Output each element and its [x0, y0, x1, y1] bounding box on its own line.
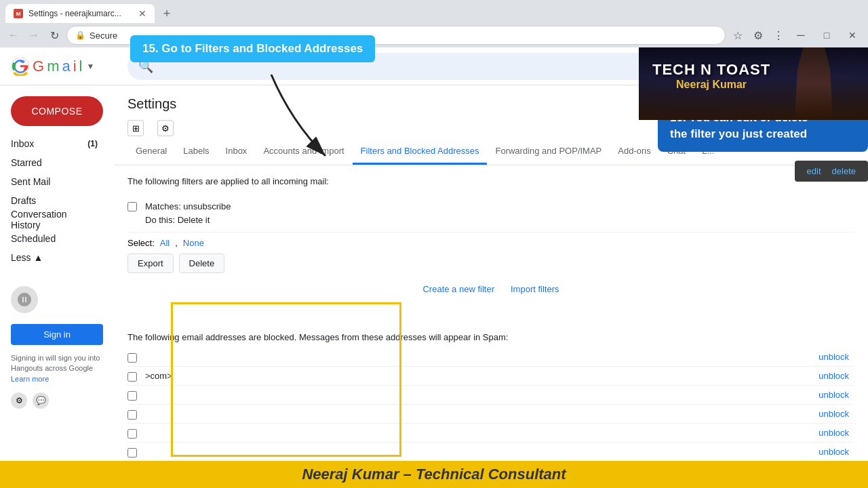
inbox-label: Inbox — [11, 138, 34, 149]
blocked-item-2: >com> unblock — [127, 367, 854, 386]
unblock-link-1[interactable]: unblock — [818, 352, 854, 362]
blocked-item-5: unblock — [127, 424, 854, 443]
tab-addons[interactable]: Add-ons — [610, 139, 658, 165]
forward-button[interactable]: → — [26, 27, 42, 43]
secure-icon: 🔒 — [75, 30, 85, 40]
blocked-item-1: unblock — [127, 348, 854, 367]
blocked-checkbox-6[interactable] — [127, 448, 137, 458]
filter-text: Matches: unsubscribe Do this: Delete it — [145, 200, 846, 226]
edit-filter-link[interactable]: edit — [807, 166, 821, 176]
bookmark-icon[interactable]: ☆ — [730, 27, 746, 43]
sidebar-item-less[interactable]: Less ▲ — [0, 248, 106, 267]
maximize-button[interactable]: □ — [816, 27, 837, 43]
tab-forwarding[interactable]: Forwarding and POP/IMAP — [487, 139, 610, 165]
sidebar-bottom: ⚙ 💬 — [0, 387, 114, 414]
chat-bottom-icon[interactable]: 💬 — [33, 392, 49, 409]
blocked-checkbox-4[interactable] — [127, 410, 137, 420]
unblock-link-3[interactable]: unblock — [818, 390, 854, 400]
tab-general[interactable]: General — [127, 139, 175, 165]
delete-button[interactable]: Delete — [179, 253, 225, 273]
filters-description: The following filters are applied to all… — [127, 176, 854, 186]
video-overlay: TECH N TOAST Neeraj Kumar — [639, 47, 868, 120]
video-subtitle: Neeraj Kumar — [652, 79, 770, 91]
settings-bottom-icon[interactable]: ⚙ — [11, 392, 27, 409]
tab-accounts[interactable]: Accounts and Import — [255, 139, 352, 165]
tab-labels[interactable]: Labels — [175, 139, 217, 165]
settings-gear-icon[interactable]: ⚙ — [157, 120, 174, 136]
tab-favicon: M — [14, 9, 23, 18]
refresh-button[interactable]: ↻ — [46, 27, 62, 43]
browser-tabs: M Settings - neerajkumarc... ✕ + — [0, 0, 868, 23]
step15-annotation: 15. Go to Filters and Blocked Addresses — [130, 35, 375, 62]
conversation-history-label: Conversation History — [11, 209, 98, 230]
unblock-link-2[interactable]: unblock — [818, 371, 854, 381]
export-button[interactable]: Export — [127, 253, 174, 273]
create-filter-links: Create a new filter Import filters — [127, 279, 854, 300]
menu-icon[interactable]: ⋮ — [770, 27, 787, 43]
blocked-checkbox-2[interactable] — [127, 372, 137, 382]
learn-more-link[interactable]: Learn more — [11, 375, 49, 383]
unblock-link-4[interactable]: unblock — [818, 409, 854, 419]
blocked-item-3: unblock — [127, 386, 854, 405]
blocked-checkbox-1[interactable] — [127, 353, 137, 363]
new-tab-button[interactable]: + — [157, 4, 176, 23]
filter-checkbox[interactable] — [127, 202, 137, 211]
unblock-link-5[interactable]: unblock — [818, 428, 854, 438]
grid-view-icon[interactable]: ⊞ — [127, 120, 144, 136]
minimize-button[interactable]: ─ — [791, 27, 811, 43]
blocked-description: The following email addresses are blocke… — [127, 332, 854, 342]
video-content: TECH N TOAST Neeraj Kumar — [639, 47, 868, 120]
extensions-icon[interactable]: ⚙ — [750, 27, 766, 43]
starred-label: Starred — [11, 157, 42, 168]
tab-inbox[interactable]: Inbox — [218, 139, 256, 165]
blocked-checkbox-5[interactable] — [127, 429, 137, 439]
hangouts-desc: Signing in will sign you into Hangouts a… — [0, 350, 114, 387]
sidebar-item-inbox[interactable]: Inbox (1) — [0, 134, 106, 153]
sidebar: COMPOSE Inbox (1) Starred Sent Mail Draf… — [0, 85, 114, 488]
hangouts-text: Signing in will sign you into Hangouts a… — [11, 353, 103, 384]
compose-button[interactable]: COMPOSE — [11, 96, 103, 126]
blocked-email-2: >com> — [145, 371, 810, 381]
bottom-bar-text: Neeraj Kumar – Technical Consultant — [302, 466, 566, 483]
blocked-item-6: unblock — [127, 443, 854, 462]
sidebar-item-sent[interactable]: Sent Mail — [0, 172, 106, 191]
delete-filter-link[interactable]: delete — [832, 166, 856, 176]
blocked-item-4: unblock — [127, 405, 854, 424]
edit-delete-box: edit delete — [795, 161, 868, 182]
filters-select-none[interactable]: None — [183, 238, 204, 248]
sidebar-item-drafts[interactable]: Drafts — [0, 191, 106, 210]
filters-select-row: Select: All, None — [127, 238, 854, 248]
less-label: Less ▲ — [11, 252, 43, 263]
back-button[interactable]: ← — [5, 27, 22, 43]
tab-title: Settings - neerajkumarc... — [28, 9, 133, 18]
video-title: TECH N TOAST — [652, 61, 770, 79]
filters-section: The following filters are applied to all… — [114, 165, 868, 316]
blocked-checkbox-3[interactable] — [127, 391, 137, 401]
sign-in-button[interactable]: Sign in — [11, 324, 103, 345]
tab-close-button[interactable]: ✕ — [138, 8, 146, 19]
scheduled-label: Scheduled — [11, 233, 56, 244]
gmail-dropdown-icon[interactable]: ▼ — [86, 62, 94, 71]
video-text-overlay: TECH N TOAST Neeraj Kumar — [652, 61, 770, 91]
sidebar-item-conversation-history[interactable]: Conversation History — [0, 210, 106, 229]
sent-label: Sent Mail — [11, 176, 50, 187]
unblock-link-6[interactable]: unblock — [818, 447, 854, 457]
hangouts-avatar — [11, 286, 38, 313]
sidebar-item-starred[interactable]: Starred — [0, 153, 106, 172]
import-filters-link[interactable]: Import filters — [511, 284, 559, 294]
filters-select-all[interactable]: All — [160, 238, 170, 248]
close-button[interactable]: ✕ — [842, 27, 863, 43]
gmail-brand-label: Gmail ▼ — [33, 58, 94, 75]
hangouts-section — [0, 281, 114, 319]
create-new-filter-link[interactable]: Create a new filter — [422, 284, 494, 294]
sidebar-item-scheduled[interactable]: Scheduled — [0, 229, 106, 248]
bottom-bar: Neeraj Kumar – Technical Consultant — [0, 461, 868, 488]
filter-item: Matches: unsubscribe Do this: Delete it — [127, 195, 854, 232]
filters-buttons: Export Delete — [127, 253, 854, 273]
tab-filters[interactable]: Filters and Blocked Addresses — [353, 139, 488, 165]
filters-select-label: Select: — [127, 238, 155, 248]
filter-action: Do this: Delete it — [145, 214, 846, 227]
inbox-count: (1) — [87, 139, 98, 148]
active-tab[interactable]: M Settings - neerajkumarc... ✕ — [5, 4, 155, 23]
drafts-label: Drafts — [11, 195, 36, 206]
